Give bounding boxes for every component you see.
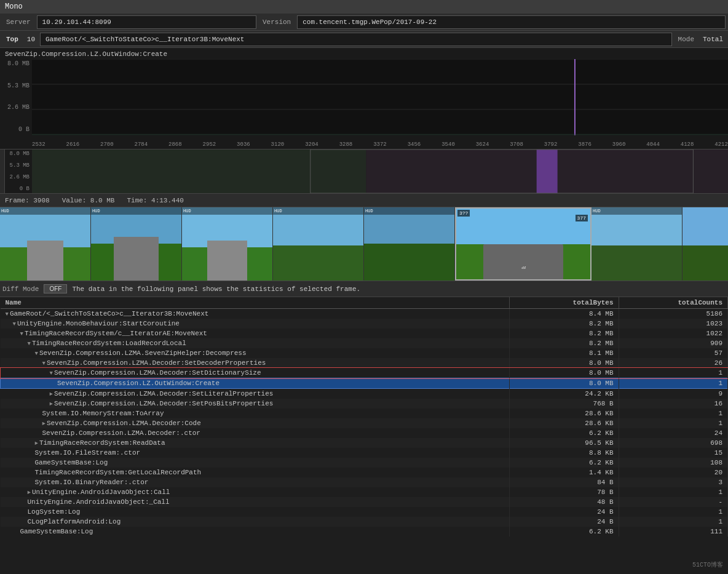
table-cell-name: UnityEngine.AndroidJavaObject:_Call: [1, 497, 510, 507]
table-row[interactable]: CLogPlatformAndroid:Log24 B1: [1, 517, 728, 527]
table-row[interactable]: ▼ SevenZip.Compression.LZMA.Decoder:SetD…: [1, 368, 728, 378]
table-cell-bytes: 28.6 KB: [510, 418, 619, 428]
diff-mode-info: The data in the following panel shows th…: [72, 285, 726, 293]
table-cell-counts: 15: [619, 448, 727, 458]
title-label: Mono: [5, 2, 23, 11]
table-row[interactable]: GameSystemBase:Log6.2 KB108: [1, 458, 728, 468]
table-row[interactable]: ► SevenZip.Compression.LZMA.Decoder:SetL…: [1, 389, 728, 399]
table-cell-bytes: 8.0 MB: [510, 378, 619, 389]
table-cell-bytes: 96.5 KB: [510, 438, 619, 448]
table-row[interactable]: GameSystemBase:Log6.2 KB111: [1, 527, 728, 536]
screenshot-selected[interactable]: 3?? 377 🏎: [455, 207, 592, 281]
y-label-3: 0 B: [0, 126, 32, 133]
game-scene-5: HUD: [364, 207, 454, 281]
table-row[interactable]: ► SevenZip.Compression.LZMA.Decoder:SetP…: [1, 399, 728, 409]
table-cell-counts: 1: [619, 517, 727, 527]
table-cell-bytes: 28.6 KB: [510, 409, 619, 418]
table-row[interactable]: ► TimingRaceRecordSystem:ReadData96.5 KB…: [1, 438, 728, 448]
table-row[interactable]: ▼ SevenZip.Compression.LZMA.SevenZipHelp…: [1, 348, 728, 358]
table-row[interactable]: System.IO.FileStream:.ctor8.8 KB15: [1, 448, 728, 458]
version-label: Version: [259, 18, 295, 26]
table-row[interactable]: TimingRaceRecordSystem:GetLocalRecordPat…: [1, 468, 728, 477]
table-row[interactable]: ▼ SevenZip.Compression.LZMA.Decoder:SetD…: [1, 358, 728, 368]
table-cell-counts: 1: [619, 409, 727, 418]
table-cell-counts: 111: [619, 527, 727, 536]
screenshot-item[interactable]: HUD: [0, 207, 91, 281]
table-row[interactable]: ▼ UnityEngine.MonoBehaviour:StartCorouti…: [1, 319, 728, 329]
table-cell-bytes: 8.4 MB: [510, 309, 619, 319]
data-table: Name totalBytes totalCounts ▼ GameRoot/<…: [0, 297, 728, 536]
title-bar: Mono: [0, 0, 728, 14]
table-cell-counts: 1: [619, 368, 727, 378]
table-row[interactable]: ▼ TimingRaceRecordSystem:LoadRecordLocal…: [1, 338, 728, 348]
svg-rect-6: [32, 149, 366, 193]
table-row[interactable]: System.IO.BinaryReader:.ctor84 B3: [1, 477, 728, 487]
table-cell-name: ▼ SevenZip.Compression.LZMA.Decoder:SetD…: [1, 358, 510, 368]
table-row[interactable]: SevenZip.Compression.LZMA.Decoder:.ctor6…: [1, 428, 728, 438]
table-cell-name: ► UnityEngine.AndroidJavaObject:Call: [1, 487, 510, 497]
table-cell-name: TimingRaceRecordSystem:GetLocalRecordPat…: [1, 468, 510, 477]
table-cell-bytes: 24 B: [510, 517, 619, 527]
table-row[interactable]: ▼ TimingRaceRecordSystem/c__IteratorAE:M…: [1, 329, 728, 338]
mini-plot: [32, 149, 728, 193]
watermark: 51CTO博客: [692, 560, 723, 569]
data-table-container[interactable]: Name totalBytes totalCounts ▼ GameRoot/<…: [0, 297, 728, 574]
top-num-value: 10: [25, 36, 38, 43]
mini-chart-left: [0, 149, 5, 193]
top-label: Top: [2, 36, 22, 43]
screenshots-strip: HUD HUD HUD: [0, 207, 728, 281]
frame-label: Frame: 3908: [5, 197, 50, 204]
diff-mode-label: Diff Mode: [2, 285, 39, 293]
svg-rect-8: [537, 149, 558, 193]
table-cell-name: SevenZip.Compression.LZMA.Decoder:.ctor: [1, 428, 510, 438]
table-body: ▼ GameRoot/<_SwitchToStateCo>c__Iterator…: [1, 309, 728, 537]
table-cell-name: LogSystem:Log: [1, 507, 510, 517]
game-scene-1: HUD: [0, 207, 90, 281]
col-total-counts: totalCounts: [619, 297, 727, 309]
table-cell-counts: 26: [619, 358, 727, 368]
chart-plot: [32, 59, 728, 135]
diff-mode-bar: Diff Mode OFF The data in the following …: [0, 281, 728, 297]
screenshot-item[interactable]: HUD: [182, 207, 273, 281]
table-cell-bytes: 8.8 KB: [510, 448, 619, 458]
table-row[interactable]: System.IO.MemoryStream:ToArray28.6 KB1: [1, 409, 728, 418]
table-cell-counts: 1: [619, 378, 727, 389]
screenshot-item[interactable]: HUD: [273, 207, 364, 281]
table-row[interactable]: ► SevenZip.Compression.LZMA.Decoder:Code…: [1, 418, 728, 428]
mini-chart: 8.0 MB 5.3 MB 2.6 MB 0 B: [0, 149, 728, 194]
table-cell-counts: 1: [619, 507, 727, 517]
table-header-row: Name totalBytes totalCounts: [1, 297, 728, 309]
table-row[interactable]: SevenZip.Compression.LZ.OutWindow:Create…: [1, 378, 728, 389]
table-cell-bytes: 78 B: [510, 487, 619, 497]
table-cell-name: ► SevenZip.Compression.LZMA.Decoder:Code: [1, 418, 510, 428]
chart-svg: [32, 59, 728, 135]
version-value: com.tencent.tmgp.WePop/2017-09-22: [297, 15, 726, 29]
diff-mode-toggle[interactable]: OFF: [44, 284, 67, 293]
time-label: Time: 4:13.440: [127, 197, 183, 204]
server-label: Server: [2, 18, 34, 26]
screenshot-item[interactable]: HUD: [592, 207, 682, 281]
table-cell-counts: 698: [619, 438, 727, 448]
col-total-bytes: totalBytes: [510, 297, 619, 309]
table-cell-name: SevenZip.Compression.LZ.OutWindow:Create: [1, 378, 510, 389]
table-row[interactable]: UnityEngine.AndroidJavaObject:_Call48 B-: [1, 497, 728, 507]
table-cell-counts: 3: [619, 477, 727, 487]
table-row[interactable]: LogSystem:Log24 B1: [1, 507, 728, 517]
table-cell-counts: 16: [619, 399, 727, 409]
table-row[interactable]: ► UnityEngine.AndroidJavaObject:Call78 B…: [1, 487, 728, 497]
screenshot-item[interactable]: HUD: [91, 207, 182, 281]
y-label-2: 2.6 MB: [0, 104, 32, 111]
func-box[interactable]: GameRoot/<_SwitchToStateCo>c__Iterator3B…: [40, 33, 672, 46]
chart-y-labels: 8.0 MB 5.3 MB 2.6 MB 0 B: [0, 59, 32, 134]
table-row[interactable]: ▼ GameRoot/<_SwitchToStateCo>c__Iterator…: [1, 309, 728, 319]
screenshot-item[interactable]: [682, 207, 728, 281]
table-cell-counts: 1: [619, 418, 727, 428]
game-scene-8: [682, 207, 728, 281]
table-cell-bytes: 24 B: [510, 507, 619, 517]
screenshot-item[interactable]: HUD: [364, 207, 455, 281]
table-cell-name: ► SevenZip.Compression.LZMA.Decoder:SetL…: [1, 389, 510, 399]
table-cell-name: GameSystemBase:Log: [1, 458, 510, 468]
server-value[interactable]: 10.29.101.44:8099: [37, 15, 256, 29]
table-cell-bytes: 8.1 MB: [510, 348, 619, 358]
table-cell-counts: -: [619, 497, 727, 507]
